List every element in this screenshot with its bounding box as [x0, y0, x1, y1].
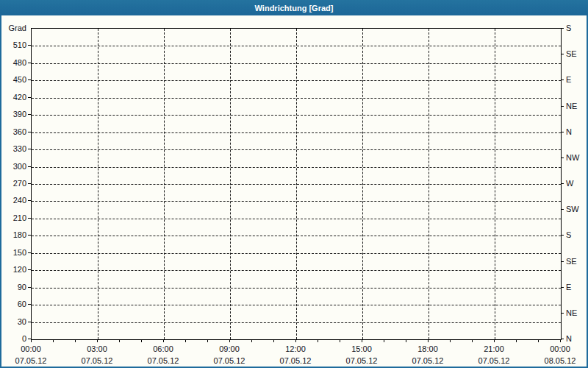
x-axis-minor-tick [75, 339, 76, 342]
chart-window: Windrichtung [Grad] 51048045042039036033… [0, 0, 588, 368]
x-axis-minor-tick [494, 339, 495, 342]
y-axis-tick [28, 304, 31, 305]
y-axis-label: 60 [1, 300, 26, 308]
right-axis-label: SW [566, 205, 579, 213]
x-axis-minor-tick [472, 339, 473, 342]
x-axis-time-label: 06:00 [137, 344, 189, 353]
y-axis-label: 300 [1, 162, 26, 171]
x-axis-minor-tick [560, 339, 561, 342]
right-axis-tick [561, 261, 564, 262]
x-axis-minor-tick [340, 339, 340, 342]
y-axis-label: 330 [1, 144, 26, 153]
y-axis-tick [28, 200, 31, 201]
x-axis-minor-tick [141, 339, 142, 342]
x-axis-time-label: 09:00 [204, 344, 255, 353]
y-axis-tick [28, 97, 31, 98]
y-axis-label: 90 [1, 283, 26, 291]
right-axis-tick [561, 132, 564, 132]
y-axis-label: 150 [1, 248, 26, 257]
right-axis-label: W [566, 179, 573, 188]
x-axis-time-label: 18:00 [402, 344, 453, 353]
y-axis-tick [28, 322, 31, 322]
x-axis-date-label: 07.05.12 [5, 356, 57, 365]
x-axis-date-label: 08.05.12 [534, 356, 586, 365]
right-axis-label: SE [566, 49, 577, 58]
y-axis-tick [28, 252, 31, 253]
right-axis-label: S [566, 230, 571, 239]
y-axis-tick [28, 63, 31, 63]
x-axis-minor-tick [362, 339, 362, 342]
x-axis-time-label: 03:00 [71, 344, 123, 353]
x-axis-minor-tick [318, 339, 318, 342]
right-axis-tick [561, 79, 564, 80]
y-axis-label: 420 [1, 93, 26, 102]
y-axis-tick [28, 183, 31, 184]
right-axis-label: NE [566, 102, 577, 110]
y-axis-unit-label: Grad [1, 24, 26, 32]
x-axis-minor-tick [428, 339, 429, 342]
right-axis-tick [561, 235, 564, 236]
right-axis-tick [561, 28, 564, 29]
y-axis-tick [28, 218, 31, 219]
y-axis-label: 240 [1, 196, 26, 205]
y-axis-label: 0 [1, 334, 26, 343]
y-axis-tick [28, 166, 31, 167]
x-axis-date-label: 07.05.12 [336, 356, 387, 365]
x-axis-minor-tick [185, 339, 186, 342]
x-axis-minor-tick [406, 339, 406, 342]
x-axis-minor-tick [516, 339, 517, 342]
y-axis-tick [28, 235, 31, 236]
right-axis-label: S [566, 24, 571, 32]
x-axis-minor-tick [229, 339, 230, 342]
plot-area [31, 28, 562, 340]
y-axis-label: 450 [1, 75, 26, 84]
right-axis-label: E [566, 75, 571, 84]
right-axis-tick [561, 313, 564, 314]
right-axis-tick [561, 158, 564, 158]
y-axis-label: 360 [1, 127, 26, 136]
right-axis-label: SE [566, 257, 577, 266]
window-titlebar[interactable]: Windrichtung [Grad] [0, 0, 588, 15]
y-axis-tick [28, 114, 31, 115]
x-axis-minor-tick [450, 339, 451, 342]
x-axis-time-label: 21:00 [468, 344, 520, 353]
right-axis-label: NE [566, 308, 577, 317]
y-axis-label: 120 [1, 265, 26, 274]
window-title: Windrichtung [Grad] [255, 4, 334, 13]
y-axis-label: 210 [1, 213, 26, 222]
x-axis-date-label: 07.05.12 [137, 356, 189, 365]
right-axis-label: NW [566, 153, 579, 162]
v-gridline [230, 29, 231, 339]
x-axis-minor-tick [97, 339, 98, 342]
right-axis-label: N [566, 127, 572, 136]
x-axis-minor-tick [384, 339, 384, 342]
y-axis-label: 180 [1, 230, 26, 239]
right-axis-tick [561, 183, 564, 184]
y-axis-tick [28, 45, 31, 46]
x-axis-minor-tick [295, 339, 296, 342]
right-axis-tick [561, 287, 564, 288]
right-axis-label: E [566, 283, 571, 291]
x-axis-minor-tick [273, 339, 274, 342]
x-axis-date-label: 07.05.12 [468, 356, 520, 365]
right-axis-tick [561, 54, 564, 54]
right-axis-tick [561, 106, 564, 107]
v-gridline [164, 29, 165, 339]
x-axis-time-label: 12:00 [270, 344, 321, 353]
x-axis-minor-tick [53, 339, 54, 342]
x-axis-minor-tick [31, 339, 32, 342]
y-axis-label: 30 [1, 317, 26, 326]
x-axis-date-label: 07.05.12 [71, 356, 123, 365]
y-axis-tick [28, 132, 31, 132]
x-axis-time-label: 00:00 [534, 344, 586, 353]
y-axis-label: 270 [1, 179, 26, 188]
x-axis-date-label: 07.05.12 [402, 356, 453, 365]
v-gridline [495, 29, 495, 339]
x-axis-time-label: 00:00 [5, 344, 57, 353]
y-axis-tick [28, 79, 31, 80]
x-axis-date-label: 07.05.12 [204, 356, 255, 365]
y-axis-label: 510 [1, 40, 26, 49]
x-axis-minor-tick [538, 339, 539, 342]
x-axis-minor-tick [251, 339, 252, 342]
y-axis-tick [28, 287, 31, 288]
